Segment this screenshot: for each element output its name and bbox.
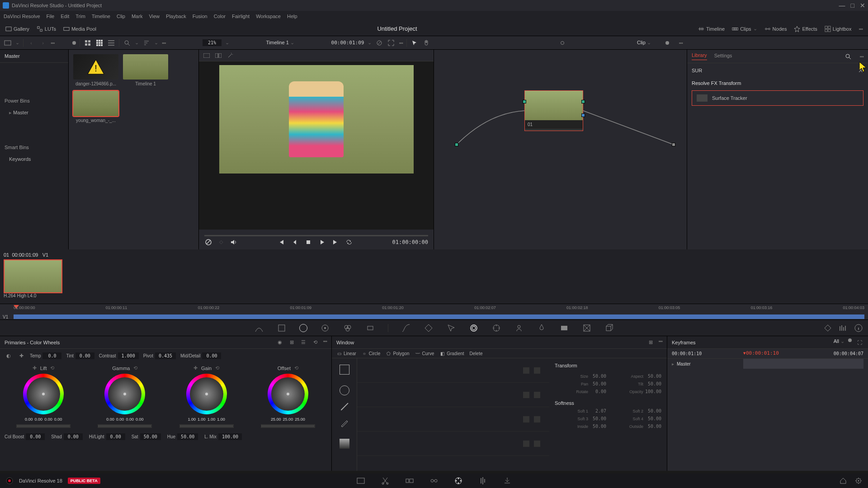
3d-palette-icon[interactable] [604, 323, 614, 333]
sidebar-item-master[interactable]: ▸ Master [0, 107, 68, 118]
go-last-icon[interactable] [331, 238, 340, 246]
offset-reset-icon[interactable]: ⟲ [294, 365, 298, 371]
temp-value[interactable]: 0.0 [42, 352, 61, 359]
keyframe-mode-icon[interactable] [823, 323, 833, 333]
qualifier-palette-icon[interactable] [277, 323, 287, 333]
offset-jog[interactable] [261, 424, 315, 428]
list-view-icon[interactable] [107, 39, 115, 47]
hdr-palette-icon[interactable] [320, 323, 330, 333]
menu-file[interactable]: File [47, 14, 55, 19]
viewer-timecode[interactable]: 00:00:01:09 [331, 40, 364, 46]
kf-ruler[interactable]: 00:00:01:10 ▾00:00:01:10 00:00:04:07 [667, 349, 868, 359]
shape-mask-toggle[interactable] [534, 392, 540, 398]
awb-icon[interactable]: ✚ [17, 352, 25, 360]
fx-search-clear-icon[interactable]: ✕ [858, 67, 863, 74]
shape-invert-toggle[interactable] [523, 392, 529, 398]
keyframes-filter[interactable]: All ⌄ [834, 338, 844, 347]
shape-invert-toggle[interactable] [523, 441, 529, 447]
go-first-icon[interactable] [277, 238, 285, 246]
node-alpha-port[interactable] [581, 113, 585, 117]
gallery-toggle[interactable]: Gallery [5, 26, 29, 32]
toolbar-overflow[interactable]: ••• [859, 26, 863, 32]
menu-fusion[interactable]: Fusion [193, 14, 208, 19]
page-fusion-icon[interactable] [429, 475, 439, 486]
gamma-wheel[interactable] [104, 374, 145, 414]
gamma-jog[interactable] [98, 424, 152, 428]
soft1-value[interactable]: 2.07 [590, 408, 606, 413]
media-thumb[interactable]: Timeline 1 [123, 54, 168, 86]
tracker-palette-icon[interactable] [491, 323, 501, 333]
expand-icon[interactable] [387, 39, 395, 47]
media-pool-toggle[interactable]: Media Pool [63, 26, 96, 32]
shape-invert-toggle[interactable] [523, 367, 529, 374]
soft3-value[interactable]: 50.00 [590, 416, 606, 421]
nav-fwd-button[interactable]: › [39, 39, 47, 47]
sidebar-item-keywords[interactable]: Keywords [0, 154, 68, 164]
page-media-icon[interactable] [355, 475, 366, 486]
viewer-scrubber[interactable] [204, 235, 428, 236]
primaries-mode-2-icon[interactable]: ⊞ [288, 338, 296, 347]
clip-thumbnail[interactable] [4, 259, 62, 293]
fx-search-icon[interactable] [844, 52, 852, 61]
qualifier-icon[interactable] [446, 323, 456, 333]
shape-mask-toggle[interactable] [534, 416, 540, 422]
page-color-icon[interactable] [453, 475, 464, 486]
media-thumb[interactable]: young_woman_-_... [73, 91, 118, 123]
media-thumb[interactable]: ! danger-1294866.p... [73, 54, 118, 86]
node-output-dot[interactable] [672, 143, 675, 146]
menu-edit[interactable]: Edit [61, 14, 69, 19]
viewer-timeline-name[interactable]: Timeline 1 ⌄ [233, 40, 328, 46]
lift-jog[interactable] [16, 424, 71, 428]
shape-mask-toggle[interactable] [534, 367, 540, 374]
stop-icon[interactable] [304, 238, 312, 246]
hilight-value[interactable]: 0.00 [106, 433, 125, 440]
scopes-icon[interactable] [838, 323, 848, 333]
home-icon[interactable] [839, 477, 847, 485]
menu-clip[interactable]: Clip [117, 14, 125, 19]
shad-value[interactable]: 0.00 [64, 433, 83, 440]
sidebar-power-bins[interactable]: Power Bins [0, 94, 68, 107]
bypass-fx-icon[interactable] [204, 238, 212, 246]
menu-fairlight[interactable]: Fairlight [232, 14, 250, 19]
shape-circle[interactable] [340, 385, 349, 395]
fx-overflow[interactable]: ••• [859, 54, 863, 59]
tool-polygon[interactable]: ⬠Polygon [386, 351, 409, 356]
close-button[interactable]: ✕ [860, 2, 865, 9]
timeline-ruler[interactable]: 01:00:00:00 01:00:00:11 01:00:00:22 01:0… [0, 304, 868, 320]
soft2-value[interactable]: 50.00 [645, 408, 661, 413]
tool-delete[interactable]: Delete [470, 351, 483, 356]
primaries-reset-icon[interactable]: ⟲ [311, 338, 319, 347]
curves-palette-icon[interactable] [254, 323, 264, 333]
media-layout-button[interactable] [4, 39, 12, 47]
lmix-value[interactable]: 100.00 [218, 433, 242, 440]
unmix-icon[interactable]: ◇ [217, 238, 225, 246]
menu-trim[interactable]: Trim [75, 14, 85, 19]
play-icon[interactable] [318, 238, 326, 246]
node-01[interactable]: 01 [524, 90, 583, 131]
gain-jog[interactable] [179, 424, 234, 428]
pivot-value[interactable]: 0.435 [155, 352, 176, 359]
menu-workspace[interactable]: Workspace [256, 14, 281, 19]
media-pool-overflow[interactable]: ••• [162, 40, 166, 46]
aspect-value[interactable]: 50.00 [645, 374, 661, 379]
picker-icon[interactable]: ◐ [5, 352, 13, 360]
nav-back-button[interactable]: ‹ [27, 39, 35, 47]
rotate-value[interactable]: 0.00 [590, 389, 606, 394]
menu-mark[interactable]: Mark [132, 14, 142, 19]
primaries-mode-3-icon[interactable]: ☰ [299, 338, 307, 347]
viewer-canvas[interactable] [199, 61, 434, 230]
tool-gradient[interactable]: ◧Gradient [439, 351, 464, 356]
search-icon[interactable] [123, 39, 131, 47]
primaries-overflow[interactable]: ••• [323, 338, 327, 347]
curves-custom-icon[interactable] [401, 323, 411, 333]
soft4-value[interactable]: 50.00 [645, 416, 661, 421]
motion-palette-icon[interactable] [365, 323, 375, 333]
page-deliver-icon[interactable] [502, 475, 513, 486]
hand-tool-icon[interactable] [422, 39, 430, 47]
sort-icon[interactable] [142, 39, 151, 47]
mute-icon[interactable] [230, 238, 238, 246]
node-in-port[interactable] [523, 100, 526, 103]
menu-timeline[interactable]: Timeline [92, 14, 110, 19]
media-layout-chevron[interactable]: ⌄ [15, 40, 19, 46]
offset-wheel[interactable] [268, 374, 308, 414]
